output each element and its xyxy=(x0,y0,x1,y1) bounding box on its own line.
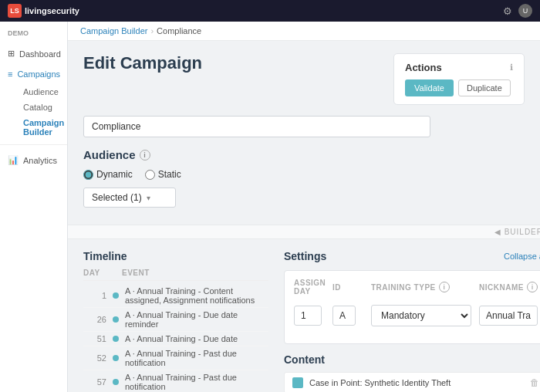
actions-buttons: Validate Duplicate xyxy=(405,79,513,96)
id-input[interactable] xyxy=(332,306,356,326)
collapse-all-button[interactable]: Collapse all xyxy=(504,252,540,261)
sidebar-item-campaigns[interactable]: ≡ Campaigns xyxy=(0,64,67,84)
logo-text: livingsecurity xyxy=(25,6,79,15)
top-nav: LS livingsecurity ⚙ U xyxy=(0,0,540,22)
static-radio[interactable] xyxy=(145,170,155,180)
campaign-name-row xyxy=(83,116,525,137)
audience-selected: Selected (1) xyxy=(92,192,142,203)
sidebar-item-analytics[interactable]: 📊 Analytics xyxy=(0,150,67,171)
id-label: ID xyxy=(332,283,363,292)
content-title: Content xyxy=(284,353,540,366)
timeline-dot xyxy=(113,355,119,361)
sidebar: DEMO ⊞ Dashboard ≡ Campaigns Audience Ca… xyxy=(0,22,68,392)
dynamic-radio[interactable] xyxy=(83,170,93,180)
logo: LS livingsecurity xyxy=(8,4,79,18)
timeline-row: 1 A · Annual Training - Content assigned… xyxy=(83,284,268,308)
static-label: Static xyxy=(158,169,181,180)
validate-button[interactable]: Validate xyxy=(405,79,454,96)
timeline-col-day-header: DAY xyxy=(83,269,106,277)
page-title: Edit Campaign xyxy=(83,53,202,73)
delete-content-icon[interactable]: 🗑 xyxy=(530,377,539,388)
timeline-day: 1 xyxy=(83,291,106,300)
nickname-info-icon[interactable]: i xyxy=(527,282,538,292)
dashboard-icon: ⊞ xyxy=(8,49,15,59)
training-type-select[interactable]: Mandatory Optional Elective xyxy=(371,305,471,326)
content-item-label: Case in Point: Synthetic Identity Theft xyxy=(309,378,524,387)
sidebar-item-dashboard[interactable]: ⊞ Dashboard xyxy=(0,43,67,64)
sidebar-submenu-campaigns: Audience Catalog Campaign Builder xyxy=(0,84,67,140)
builder-band-label: ◀ BUILDER xyxy=(494,228,540,236)
sidebar-item-catalog[interactable]: Catalog xyxy=(15,100,67,115)
audience-info-icon[interactable]: i xyxy=(140,150,150,161)
sidebar-divider xyxy=(0,144,67,145)
top-nav-actions: ⚙ U xyxy=(503,4,532,18)
chevron-down-icon: ▾ xyxy=(147,194,150,202)
timeline-title: Timeline xyxy=(83,250,268,262)
nickname-label: Nickname xyxy=(479,283,524,292)
breadcrumb-current: Compliance xyxy=(157,26,201,35)
content-item: Case in Point: Synthetic Identity Theft … xyxy=(284,372,540,392)
nickname-input[interactable] xyxy=(479,306,538,326)
campaign-name-input[interactable] xyxy=(83,116,430,137)
timeline-col-event-header: EVENT xyxy=(122,269,150,277)
timeline-dot xyxy=(113,379,119,385)
duplicate-button[interactable]: Duplicate xyxy=(458,79,511,96)
audience-section-title: Audience i xyxy=(83,148,525,161)
timeline-event: A · Annual Training - Content assigned, … xyxy=(125,286,268,305)
timeline-day: 26 xyxy=(83,315,106,324)
sidebar-item-campaigns-label: Campaigns xyxy=(17,69,60,79)
settings-labels-row: ASSIGN DAY ID Training Type i Nickname xyxy=(294,279,538,296)
settings-header: Settings Collapse all xyxy=(284,250,540,262)
audience-radio-group: Dynamic Static xyxy=(83,169,525,180)
timeline-dot xyxy=(113,316,119,323)
dynamic-label: Dynamic xyxy=(96,169,133,180)
static-radio-label[interactable]: Static xyxy=(145,169,181,180)
training-type-label: Training Type xyxy=(371,283,436,292)
avatar[interactable]: U xyxy=(518,4,532,18)
settings-values-row: Mandatory Optional Elective xyxy=(294,305,538,326)
sidebar-item-dashboard-label: Dashboard xyxy=(19,49,61,59)
timeline-day: 52 xyxy=(83,353,106,363)
training-type-info-icon[interactable]: i xyxy=(439,282,450,292)
sidebar-demo-label: DEMO xyxy=(0,29,67,43)
timeline-row: 51 A · Annual Training - Due date xyxy=(83,332,268,346)
content-items-list: Case in Point: Synthetic Identity Theft … xyxy=(284,372,540,392)
main-content: Campaign Builder › Compliance Edit Campa… xyxy=(68,22,540,392)
audience-dropdown[interactable]: Selected (1) ▾ xyxy=(83,188,176,208)
breadcrumb-parent[interactable]: Campaign Builder xyxy=(80,26,147,35)
timeline-rows: 1 A · Annual Training - Content assigned… xyxy=(83,284,268,392)
timeline-day: 57 xyxy=(83,377,106,387)
two-col-layout: Timeline DAY EVENT 1 A · Annual Training… xyxy=(83,239,525,392)
timeline-event: A · Annual Training - Past due notificat… xyxy=(125,373,268,391)
actions-info-icon[interactable]: ℹ xyxy=(510,63,513,73)
assign-day-input[interactable] xyxy=(294,306,322,326)
timeline-event: A · Annual Training - Due date reminder xyxy=(125,310,268,329)
timeline-row: 57 A · Annual Training - Past due notifi… xyxy=(83,370,268,392)
actions-title: Actions xyxy=(405,62,442,73)
analytics-icon: 📊 xyxy=(8,155,19,165)
actions-card-header: Actions ℹ xyxy=(405,62,513,73)
actions-card: Actions ℹ Validate Duplicate xyxy=(393,53,525,105)
builder-band: ◀ BUILDER xyxy=(68,225,540,239)
settings-icon[interactable]: ⚙ xyxy=(503,5,512,17)
timeline-panel: Timeline DAY EVENT 1 A · Annual Training… xyxy=(83,250,268,392)
breadcrumb-separator: › xyxy=(150,26,154,35)
timeline-row: 26 A · Annual Training - Due date remind… xyxy=(83,308,268,332)
page-header: Edit Campaign Actions ℹ Validate Duplica… xyxy=(83,53,525,105)
campaigns-icon: ≡ xyxy=(8,69,12,79)
settings-panel: Settings Collapse all ASSIGN DAY ID xyxy=(284,250,540,392)
content-item-icon xyxy=(292,377,303,388)
timeline-event: A · Annual Training - Past due notificat… xyxy=(125,349,268,367)
page-body: Edit Campaign Actions ℹ Validate Duplica… xyxy=(68,41,540,225)
sidebar-item-campaign-builder[interactable]: Campaign Builder xyxy=(15,115,67,140)
sidebar-item-audience[interactable]: Audience xyxy=(15,84,67,100)
settings-title: Settings xyxy=(284,250,326,262)
timeline-event: A · Annual Training - Due date xyxy=(125,334,268,343)
assign-day-label: ASSIGN DAY xyxy=(294,279,325,296)
breadcrumb: Campaign Builder › Compliance xyxy=(68,22,540,41)
dynamic-radio-label[interactable]: Dynamic xyxy=(83,169,133,180)
timeline-header: DAY EVENT xyxy=(83,269,268,281)
timeline-dot xyxy=(113,336,119,342)
timeline-row: 52 A · Annual Training - Past due notifi… xyxy=(83,346,268,370)
sidebar-item-analytics-label: Analytics xyxy=(23,156,57,165)
